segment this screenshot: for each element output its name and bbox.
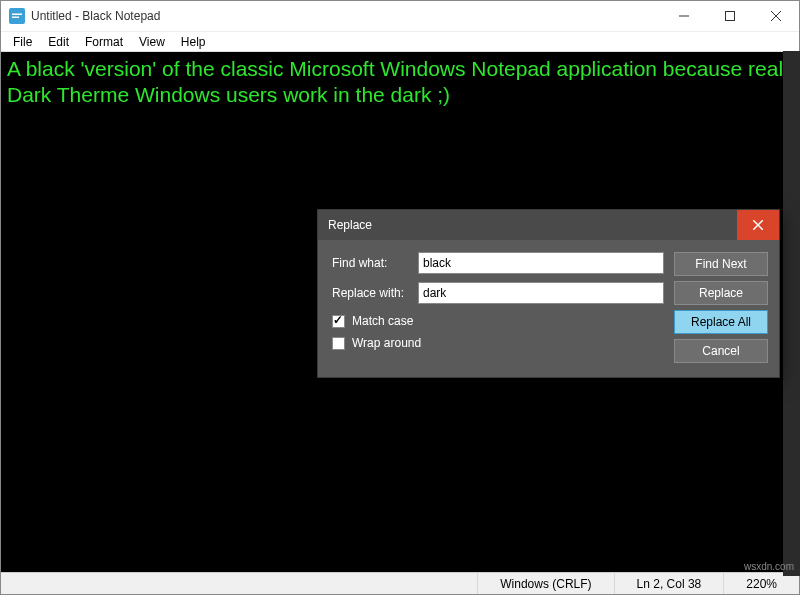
menu-file[interactable]: File	[5, 33, 40, 51]
find-what-input[interactable]	[418, 252, 664, 274]
menu-format[interactable]: Format	[77, 33, 131, 51]
svg-rect-1	[726, 12, 735, 21]
app-icon	[9, 8, 25, 24]
find-next-button[interactable]: Find Next	[674, 252, 768, 276]
replace-all-button[interactable]: Replace All	[674, 310, 768, 334]
replace-with-label: Replace with:	[332, 286, 418, 300]
replace-dialog: Replace Find what: Replace with: Match c…	[317, 209, 780, 378]
maximize-button[interactable]	[707, 1, 753, 31]
status-encoding: Windows (CRLF)	[477, 573, 613, 594]
cancel-button[interactable]: Cancel	[674, 339, 768, 363]
match-case-checkbox[interactable]	[332, 315, 345, 328]
menubar: File Edit Format View Help	[1, 31, 799, 52]
wrap-around-checkbox[interactable]	[332, 337, 345, 350]
close-button[interactable]	[753, 1, 799, 31]
vertical-scrollbar[interactable]	[783, 51, 800, 576]
status-cursor: Ln 2, Col 38	[614, 573, 724, 594]
menu-edit[interactable]: Edit	[40, 33, 77, 51]
replace-button[interactable]: Replace	[674, 281, 768, 305]
close-icon	[753, 220, 763, 230]
match-case-label: Match case	[352, 314, 413, 328]
minimize-button[interactable]	[661, 1, 707, 31]
status-zoom: 220%	[723, 573, 799, 594]
titlebar[interactable]: Untitled - Black Notepad	[1, 1, 799, 31]
find-what-label: Find what:	[332, 256, 418, 270]
menu-help[interactable]: Help	[173, 33, 214, 51]
dialog-titlebar[interactable]: Replace	[318, 210, 779, 240]
menu-view[interactable]: View	[131, 33, 173, 51]
statusbar: Windows (CRLF) Ln 2, Col 38 220%	[1, 572, 799, 594]
dialog-close-button[interactable]	[737, 210, 779, 240]
watermark: wsxdn.com	[744, 561, 794, 572]
dialog-title: Replace	[328, 218, 372, 232]
wrap-around-label: Wrap around	[352, 336, 421, 350]
replace-with-input[interactable]	[418, 282, 664, 304]
window-title: Untitled - Black Notepad	[31, 9, 160, 23]
